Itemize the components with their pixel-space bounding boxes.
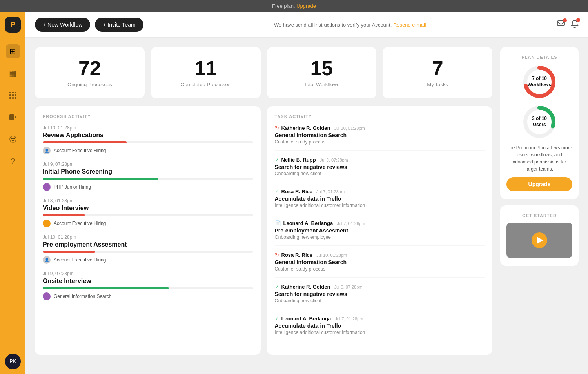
invite-team-button[interactable]: + Invite Team — [95, 18, 143, 32]
doc-icon: 📄 — [275, 220, 281, 226]
process-tag-label: Account Executive Hiring — [54, 148, 106, 153]
task-name: Accumulate data in Trello — [275, 196, 485, 202]
task-time: Jul 10, 01:28pm — [316, 253, 347, 258]
process-item: Jul 9, 07:28pm Initial Phone Screening P… — [43, 162, 253, 191]
progress-bar-wrap — [43, 214, 253, 216]
header-notice: We have send all instructions to verify … — [148, 22, 552, 28]
activity-row: PROCESS ACTIVITY Jul 10, 01:28pm Review … — [35, 106, 492, 355]
workflows-donut: 7 of 10Workflows — [522, 64, 557, 100]
process-tag-label: Account Executive Hiring — [54, 257, 106, 263]
process-date: Jul 9, 07:28pm — [43, 271, 253, 276]
process-item: Jul 8, 01:28pm Video Interview Account E… — [43, 198, 253, 227]
banner-upgrade-link[interactable]: Upgrade — [296, 3, 316, 9]
sidebar-item-video[interactable] — [6, 110, 20, 124]
task-sub: Intelligence additional customer informa… — [275, 330, 485, 335]
svg-point-11 — [10, 136, 16, 142]
task-user: Rosa R. Rice — [281, 189, 312, 194]
task-header: ✓ Rosa R. Rice Jul 7, 01:28pm — [275, 189, 485, 194]
task-sub: Customer study process — [275, 266, 485, 272]
process-item: Jul 9, 07:28pm Onsite Interview General … — [43, 271, 253, 300]
sidebar-item-help[interactable]: ? — [6, 154, 20, 168]
task-sub: Onboarding new client — [275, 298, 485, 303]
svg-marker-10 — [15, 116, 16, 119]
task-name: Search for negative reviews — [275, 164, 485, 170]
progress-bar-wrap — [43, 141, 253, 143]
task-name: Accumulate data in Trello — [275, 323, 485, 329]
progress-bar-fill — [43, 287, 169, 289]
process-name: Initial Phone Screening — [43, 168, 253, 175]
task-header: ✓ Nellie B. Rupp Jul 9, 07:28pm — [275, 157, 485, 163]
process-item: Jul 10, 01:28pm Review Applications 👤 Ac… — [43, 125, 253, 154]
process-tag: 👤 Account Executive Hiring — [43, 147, 253, 154]
check-icon: ✓ — [275, 189, 279, 194]
task-time: Jul 9, 07:28pm — [334, 285, 362, 289]
stat-number: 15 — [310, 58, 333, 78]
sidebar: P ⊞ ▦ ? PK — [0, 12, 25, 374]
sidebar-item-palette[interactable] — [6, 132, 20, 146]
task-user: Katherine R. Golden — [281, 125, 330, 131]
progress-bar-fill — [43, 214, 85, 216]
stat-label: My Tasks — [427, 82, 448, 87]
task-header: ↻ Rosa R. Rice Jul 10, 01:28pm — [275, 252, 485, 258]
process-activity-card: PROCESS ACTIVITY Jul 10, 01:28pm Review … — [35, 106, 261, 355]
task-name: General Information Search — [275, 259, 485, 265]
task-sub: Customer study process — [275, 139, 485, 145]
task-name: Pre-employment Assesment — [275, 227, 485, 234]
task-time: Jul 7, 01:28pm — [337, 221, 365, 226]
process-name: Video Interview — [43, 205, 253, 212]
svg-rect-3 — [9, 94, 11, 96]
sidebar-item-dashboard[interactable]: ⊞ — [6, 44, 20, 58]
task-user: Leonard A. Berlanga — [283, 220, 333, 226]
notifications-badge — [576, 18, 580, 22]
notifications-button[interactable] — [571, 20, 579, 30]
process-tag: Account Executive Hiring — [43, 220, 253, 227]
svg-rect-7 — [12, 97, 14, 99]
header-actions — [557, 20, 579, 30]
task-item: ✓ Leonard A. Berlanga Jul 7, 01:28pm Acc… — [275, 316, 485, 341]
task-item: ↻ Rosa R. Rice Jul 10, 01:28pm General I… — [275, 252, 485, 278]
process-date: Jul 10, 01:28pm — [43, 125, 253, 131]
progress-bar-wrap — [43, 287, 253, 289]
process-tag-label: General Information Search — [54, 294, 111, 299]
video-thumbnail[interactable] — [506, 223, 572, 258]
stat-label: Ongoing Processes — [67, 82, 112, 87]
content-area: + New Workflow + Invite Team We have sen… — [25, 12, 588, 374]
svg-rect-9 — [9, 114, 14, 120]
task-list: ↻ Katherine R. Golden Jul 10, 01:28pm Ge… — [275, 125, 485, 341]
banner-text: Free plan. — [272, 3, 296, 9]
process-name: Review Applications — [43, 132, 253, 139]
task-header: 📄 Leonard A. Berlanga Jul 7, 01:28pm — [275, 220, 485, 226]
process-name: Pre-employment Assesment — [43, 241, 253, 248]
play-button[interactable] — [532, 232, 547, 248]
progress-bar-fill — [43, 251, 95, 253]
task-header: ✓ Leonard A. Berlanga Jul 7, 01:28pm — [275, 316, 485, 321]
upgrade-button[interactable]: Upgrade — [506, 177, 572, 191]
stat-card: 11 Completed Processes — [151, 47, 261, 98]
task-item: ✓ Katherine R. Golden Jul 9, 07:28pm Sea… — [275, 284, 485, 309]
process-activity-title: PROCESS ACTIVITY — [43, 114, 253, 119]
task-header: ✓ Katherine R. Golden Jul 9, 07:28pm — [275, 284, 485, 290]
stat-card: 15 Total Workflows — [267, 47, 377, 98]
sidebar-logo[interactable]: P — [5, 17, 21, 33]
stat-number: 7 — [432, 58, 443, 78]
new-workflow-button[interactable]: + New Workflow — [35, 18, 90, 32]
svg-point-12 — [11, 138, 12, 139]
task-time: Jul 7, 01:28pm — [335, 316, 363, 321]
workflows-donut-label: 7 of 10Workflows — [528, 76, 551, 88]
refresh-icon: ↻ — [275, 125, 279, 131]
process-list: Jul 10, 01:28pm Review Applications 👤 Ac… — [43, 125, 253, 300]
check-icon: ✓ — [275, 157, 279, 163]
svg-rect-6 — [9, 97, 11, 99]
plan-card: PLAN DETAILS 7 of 10Workflows — [500, 47, 579, 199]
svg-rect-1 — [12, 92, 14, 93]
left-content: 72 Ongoing Processes 11 Completed Proces… — [35, 47, 492, 365]
users-donut-label: 3 of 10Users — [532, 116, 547, 128]
task-user: Rosa R. Rice — [281, 252, 312, 258]
resend-email-link[interactable]: Resend e-mail — [393, 22, 426, 28]
sidebar-item-grid[interactable] — [6, 88, 20, 102]
messages-button[interactable] — [557, 20, 565, 30]
sidebar-item-table[interactable]: ▦ — [6, 66, 20, 80]
task-time: Jul 10, 01:28pm — [334, 126, 365, 131]
stats-row: 72 Ongoing Processes 11 Completed Proces… — [35, 47, 492, 98]
user-avatar[interactable]: PK — [5, 354, 21, 369]
